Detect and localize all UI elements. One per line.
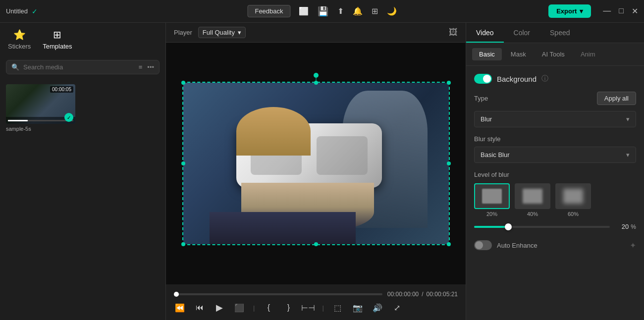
blur-visual-40 <box>523 189 542 204</box>
blur-preview-inner-60 <box>556 184 590 208</box>
templates-label: Templates <box>43 43 72 50</box>
subtab-anim[interactable]: Anim <box>574 48 602 60</box>
titlebar-icons: ⬜ 💾 ⬆ 🔔 ⊞ 🌙 <box>299 6 397 17</box>
fit-button[interactable]: ⬚ <box>332 302 344 314</box>
resize-handle-bm[interactable] <box>314 242 318 246</box>
moon-icon[interactable]: 🌙 <box>387 6 397 16</box>
panel-content: Background ⓘ Type Apply all Blur ▾ Blur … <box>466 66 644 320</box>
type-dropdown[interactable]: Blur ▾ <box>474 111 636 127</box>
resize-handle-mr[interactable] <box>447 161 451 165</box>
monitor-icon[interactable]: ⬜ <box>299 6 309 16</box>
headset-lens-right <box>317 136 368 175</box>
titlebar: Untitled ✓ Feedback ⬜ 💾 ⬆ 🔔 ⊞ 🌙 Export ▾… <box>0 0 644 23</box>
media-filename: sample-5s <box>6 126 75 132</box>
video-content <box>183 83 449 244</box>
window-controls: — □ ✕ <box>603 6 638 16</box>
auto-enhance-toggle[interactable] <box>474 240 492 250</box>
close-button[interactable]: ✕ <box>632 6 638 16</box>
sidebar-tabs: ⭐ Stickers ⊞ Templates <box>0 23 165 54</box>
image-icon[interactable]: 🖼 <box>449 27 458 38</box>
tab-color[interactable]: Color <box>504 23 540 43</box>
blur-preset-thumb-40[interactable] <box>515 183 550 209</box>
blur-preset-40[interactable]: 40% <box>515 183 550 217</box>
blur-style-dropdown[interactable]: Basic Blur ▾ <box>474 147 636 163</box>
blur-slider-value[interactable]: 20 <box>615 223 629 230</box>
snapshot-button[interactable]: 📷 <box>352 302 364 314</box>
play-button[interactable]: ▶ <box>214 302 225 314</box>
type-row: Type Apply all <box>474 92 636 105</box>
blur-slider-thumb[interactable] <box>505 223 512 230</box>
tab-video[interactable]: Video <box>466 23 504 43</box>
type-value: Blur <box>481 115 492 123</box>
quality-select[interactable]: Full Quality ▾ <box>198 27 246 38</box>
auto-enhance-label: Auto Enhance <box>497 242 537 249</box>
saved-icon: ✓ <box>32 7 38 15</box>
video-container <box>166 43 466 284</box>
search-input[interactable] <box>23 63 135 71</box>
audio-button[interactable]: 🔊 <box>372 302 383 314</box>
export-button[interactable]: Export ▾ <box>548 4 591 18</box>
rewind-button[interactable]: ⏪ <box>174 302 186 314</box>
list-item[interactable]: 00:00:05 ✓ sample-5s <box>6 84 75 132</box>
more-icon[interactable]: ••• <box>147 63 154 71</box>
sidebar-tab-templates[interactable]: ⊞ Templates <box>43 29 72 54</box>
mark-out-button[interactable]: } <box>282 302 294 314</box>
timeline-playhead[interactable] <box>174 292 179 297</box>
search-icon: 🔍 <box>11 63 19 71</box>
subtab-ai-tools[interactable]: AI Tools <box>535 48 572 60</box>
resize-handle-ml[interactable] <box>181 161 185 165</box>
timeline-track[interactable] <box>174 293 382 295</box>
player-toolbar-right: 🖼 <box>449 27 458 38</box>
stop-button[interactable]: ⬛ <box>233 302 245 314</box>
grid-icon[interactable]: ⊞ <box>372 6 378 16</box>
bell-icon[interactable]: 🔔 <box>353 6 363 16</box>
video-frame[interactable] <box>182 82 450 245</box>
filter-icon[interactable]: ≡ <box>139 63 143 71</box>
upload-icon[interactable]: ⬆ <box>337 6 344 16</box>
blur-slider-track[interactable] <box>474 226 610 228</box>
rotation-handle[interactable] <box>314 73 319 78</box>
minimize-button[interactable]: — <box>603 6 611 16</box>
titlebar-left: Untitled ✓ <box>6 7 38 15</box>
templates-icon: ⊞ <box>53 29 61 41</box>
trim-button[interactable]: ⊢⊣ <box>302 302 314 314</box>
blur-preset-20[interactable]: 20% <box>474 183 510 217</box>
background-info-icon[interactable]: ⓘ <box>541 74 548 83</box>
fullscreen-button[interactable]: ⤢ <box>391 302 403 314</box>
resize-handle-tr[interactable] <box>447 81 451 85</box>
resize-handle-bl[interactable] <box>181 242 185 246</box>
subtab-basic[interactable]: Basic <box>472 48 502 60</box>
mark-in-button[interactable]: { <box>263 302 274 314</box>
feedback-button[interactable]: Feedback <box>247 5 290 17</box>
save-icon[interactable]: 💾 <box>318 6 328 17</box>
blur-style-label: Blur style <box>474 135 636 143</box>
blur-preset-thumb-20[interactable] <box>474 183 510 209</box>
auto-enhance-row: Auto Enhance ✦ <box>474 240 636 250</box>
blur-level-label: Level of blur <box>474 171 636 178</box>
resize-handle-br[interactable] <box>447 242 451 246</box>
time-display: 00:00:00:00 / 00:00:05:21 <box>387 291 458 298</box>
blur-style-chevron-icon: ▾ <box>626 151 630 159</box>
export-label: Export <box>556 7 577 15</box>
blur-slider-fill <box>474 226 508 228</box>
blur-preset-thumb-60[interactable] <box>555 183 591 209</box>
blur-preset-60[interactable]: 60% <box>555 183 591 217</box>
blur-preset-label-40: 40% <box>527 211 538 217</box>
media-thumbnail: 00:00:05 ✓ <box>6 84 75 124</box>
time-separator: / <box>422 291 423 298</box>
apply-all-button[interactable]: Apply all <box>597 92 636 105</box>
stickers-label: Stickers <box>8 43 31 50</box>
maximize-button[interactable]: □ <box>619 6 624 16</box>
stickers-icon: ⭐ <box>13 29 26 41</box>
blur-percent-symbol: % <box>631 223 636 230</box>
prev-frame-button[interactable]: ⏮ <box>194 302 206 314</box>
sidebar-tab-stickers[interactable]: ⭐ Stickers <box>8 29 31 54</box>
blur-style-value: Basic Blur <box>481 151 510 159</box>
quality-value: Full Quality <box>203 29 235 36</box>
resize-handle-tl[interactable] <box>181 81 185 85</box>
subtab-mask[interactable]: Mask <box>504 48 533 60</box>
resize-handle-tm[interactable] <box>314 81 318 85</box>
tab-speed[interactable]: Speed <box>540 23 580 43</box>
timeline: 00:00:00:00 / 00:00:05:21 <box>174 291 458 298</box>
background-toggle[interactable] <box>474 74 492 84</box>
